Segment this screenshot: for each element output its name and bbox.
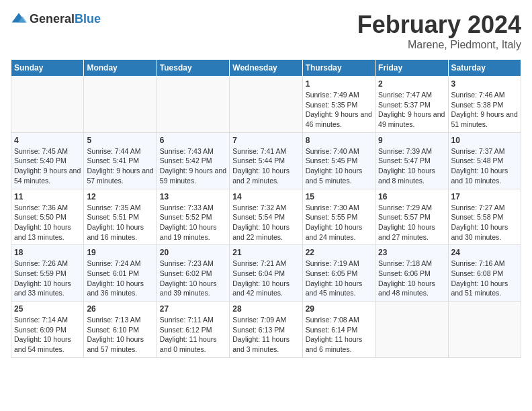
calendar-subtitle: Marene, Piedmont, Italy: [357, 39, 521, 51]
day-info: Sunrise: 7:11 AMSunset: 6:12 PMDaylight:…: [160, 315, 226, 355]
weekday-header-saturday: Saturday: [448, 60, 521, 77]
day-number: 10: [451, 136, 518, 145]
day-info: Sunrise: 7:41 AMSunset: 5:44 PMDaylight:…: [232, 146, 299, 186]
day-number: 26: [87, 304, 153, 314]
day-cell: [230, 77, 302, 133]
day-cell: 28Sunrise: 7:09 AMSunset: 6:13 PMDayligh…: [230, 302, 302, 358]
day-info: Sunrise: 7:44 AMSunset: 5:41 PMDaylight:…: [87, 146, 153, 186]
day-info: Sunrise: 7:27 AMSunset: 5:58 PMDaylight:…: [451, 203, 518, 242]
week-row-3: 11Sunrise: 7:36 AMSunset: 5:50 PMDayligh…: [11, 189, 521, 245]
calendar-table: SundayMondayTuesdayWednesdayThursdayFrid…: [11, 59, 521, 358]
day-number: 3: [451, 79, 518, 89]
title-area: February 2024 Marene, Piedmont, Italy: [357, 11, 521, 51]
day-number: 24: [451, 248, 518, 257]
day-cell: 7Sunrise: 7:41 AMSunset: 5:44 PMDaylight…: [230, 132, 302, 189]
day-info: Sunrise: 7:13 AMSunset: 6:10 PMDaylight:…: [87, 315, 153, 355]
week-row-4: 18Sunrise: 7:26 AMSunset: 5:59 PMDayligh…: [11, 245, 521, 302]
day-cell: 1Sunrise: 7:49 AMSunset: 5:35 PMDaylight…: [302, 77, 375, 133]
day-cell: 26Sunrise: 7:13 AMSunset: 6:10 PMDayligh…: [84, 302, 157, 358]
day-cell: 22Sunrise: 7:19 AMSunset: 6:05 PMDayligh…: [302, 245, 375, 302]
day-number: 2: [378, 79, 445, 89]
day-cell: 15Sunrise: 7:30 AMSunset: 5:55 PMDayligh…: [302, 189, 375, 245]
day-info: Sunrise: 7:45 AMSunset: 5:40 PMDaylight:…: [14, 146, 81, 186]
day-info: Sunrise: 7:35 AMSunset: 5:51 PMDaylight:…: [87, 203, 153, 242]
day-number: 17: [451, 192, 518, 201]
day-number: 25: [14, 304, 81, 314]
day-number: 5: [87, 136, 153, 145]
weekday-header-sunday: Sunday: [11, 60, 84, 77]
day-info: Sunrise: 7:19 AMSunset: 6:05 PMDaylight:…: [306, 259, 372, 298]
day-info: Sunrise: 7:47 AMSunset: 5:37 PMDaylight:…: [378, 90, 445, 130]
day-info: Sunrise: 7:49 AMSunset: 5:35 PMDaylight:…: [306, 90, 372, 130]
day-number: 1: [306, 79, 372, 89]
calendar-header: SundayMondayTuesdayWednesdayThursdayFrid…: [11, 60, 521, 77]
day-number: 21: [232, 248, 299, 257]
day-number: 23: [378, 248, 445, 257]
day-cell: 5Sunrise: 7:44 AMSunset: 5:41 PMDaylight…: [84, 132, 157, 189]
day-info: Sunrise: 7:08 AMSunset: 6:14 PMDaylight:…: [306, 315, 372, 355]
day-info: Sunrise: 7:21 AMSunset: 6:04 PMDaylight:…: [232, 259, 299, 298]
day-number: 20: [160, 248, 226, 257]
day-cell: 4Sunrise: 7:45 AMSunset: 5:40 PMDaylight…: [11, 132, 84, 189]
calendar-title: February 2024: [357, 11, 521, 39]
day-cell: 8Sunrise: 7:40 AMSunset: 5:45 PMDaylight…: [302, 132, 375, 189]
day-number: 22: [306, 248, 372, 257]
day-cell: [11, 77, 84, 133]
day-info: Sunrise: 7:09 AMSunset: 6:13 PMDaylight:…: [232, 315, 299, 355]
day-info: Sunrise: 7:33 AMSunset: 5:52 PMDaylight:…: [160, 203, 226, 242]
day-number: 4: [14, 136, 81, 145]
day-number: 18: [14, 248, 81, 257]
day-cell: 17Sunrise: 7:27 AMSunset: 5:58 PMDayligh…: [448, 189, 521, 245]
logo-general: General: [30, 12, 75, 26]
day-cell: 19Sunrise: 7:24 AMSunset: 6:01 PMDayligh…: [84, 245, 157, 302]
week-row-2: 4Sunrise: 7:45 AMSunset: 5:40 PMDaylight…: [11, 132, 521, 189]
day-number: 14: [232, 192, 299, 201]
day-cell: 9Sunrise: 7:39 AMSunset: 5:47 PMDaylight…: [375, 132, 448, 189]
header: GeneralBlue February 2024 Marene, Piedmo…: [11, 11, 521, 51]
day-number: 9: [378, 136, 445, 145]
day-cell: 11Sunrise: 7:36 AMSunset: 5:50 PMDayligh…: [11, 189, 84, 245]
day-number: 27: [160, 304, 226, 314]
week-row-5: 25Sunrise: 7:14 AMSunset: 6:09 PMDayligh…: [11, 302, 521, 358]
weekday-row: SundayMondayTuesdayWednesdayThursdayFrid…: [11, 60, 521, 77]
day-info: Sunrise: 7:43 AMSunset: 5:42 PMDaylight:…: [160, 146, 226, 186]
day-info: Sunrise: 7:40 AMSunset: 5:45 PMDaylight:…: [306, 146, 372, 186]
day-cell: 24Sunrise: 7:16 AMSunset: 6:08 PMDayligh…: [448, 245, 521, 302]
day-cell: 6Sunrise: 7:43 AMSunset: 5:42 PMDaylight…: [157, 132, 229, 189]
day-cell: 25Sunrise: 7:14 AMSunset: 6:09 PMDayligh…: [11, 302, 84, 358]
day-number: 29: [306, 304, 372, 314]
calendar-body: 1Sunrise: 7:49 AMSunset: 5:35 PMDaylight…: [11, 77, 521, 358]
day-number: 16: [378, 192, 445, 201]
day-cell: 12Sunrise: 7:35 AMSunset: 5:51 PMDayligh…: [84, 189, 157, 245]
day-number: 12: [87, 192, 153, 201]
logo-icon: [11, 11, 27, 27]
weekday-header-tuesday: Tuesday: [157, 60, 229, 77]
weekday-header-thursday: Thursday: [302, 60, 375, 77]
day-number: 13: [160, 192, 226, 201]
day-cell: [448, 302, 521, 358]
day-number: 6: [160, 136, 226, 145]
day-cell: 20Sunrise: 7:23 AMSunset: 6:02 PMDayligh…: [157, 245, 229, 302]
day-cell: 18Sunrise: 7:26 AMSunset: 5:59 PMDayligh…: [11, 245, 84, 302]
day-cell: 2Sunrise: 7:47 AMSunset: 5:37 PMDaylight…: [375, 77, 448, 133]
logo-text: GeneralBlue: [30, 12, 101, 26]
day-info: Sunrise: 7:37 AMSunset: 5:48 PMDaylight:…: [451, 146, 518, 186]
logo: GeneralBlue: [11, 11, 101, 27]
day-cell: 23Sunrise: 7:18 AMSunset: 6:06 PMDayligh…: [375, 245, 448, 302]
day-cell: 14Sunrise: 7:32 AMSunset: 5:54 PMDayligh…: [230, 189, 302, 245]
day-number: 19: [87, 248, 153, 257]
week-row-1: 1Sunrise: 7:49 AMSunset: 5:35 PMDaylight…: [11, 77, 521, 133]
day-number: 8: [306, 136, 372, 145]
weekday-header-wednesday: Wednesday: [230, 60, 302, 77]
logo-blue: Blue: [75, 12, 101, 26]
day-info: Sunrise: 7:39 AMSunset: 5:47 PMDaylight:…: [378, 146, 445, 186]
day-info: Sunrise: 7:32 AMSunset: 5:54 PMDaylight:…: [232, 203, 299, 242]
day-number: 7: [232, 136, 299, 145]
weekday-header-friday: Friday: [375, 60, 448, 77]
day-info: Sunrise: 7:18 AMSunset: 6:06 PMDaylight:…: [378, 259, 445, 298]
day-number: 28: [232, 304, 299, 314]
day-cell: [375, 302, 448, 358]
day-cell: 16Sunrise: 7:29 AMSunset: 5:57 PMDayligh…: [375, 189, 448, 245]
day-info: Sunrise: 7:36 AMSunset: 5:50 PMDaylight:…: [14, 203, 81, 242]
day-info: Sunrise: 7:46 AMSunset: 5:38 PMDaylight:…: [451, 90, 518, 130]
